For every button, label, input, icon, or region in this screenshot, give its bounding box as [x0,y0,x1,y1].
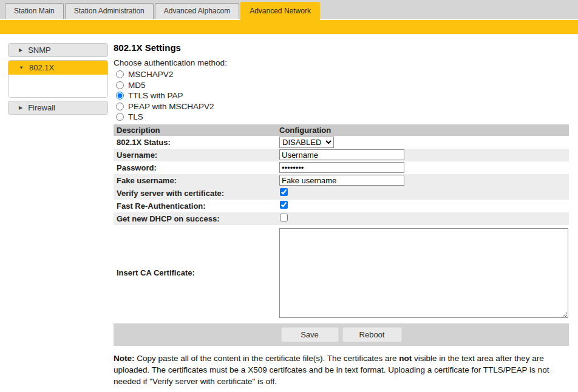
row-label: 802.1X Status: [114,136,276,149]
sidebar-item-label: Firewall [28,103,55,112]
auth-method-list: MSCHAPV2 MD5 TTLS with PAP PEAP with MSC… [114,69,569,123]
tab-advanced-alphacom[interactable]: Advanced Alphacom [155,3,239,19]
auth-method-label: Choose authentication method: [114,58,569,67]
note-label: Note: [114,354,135,363]
action-bar: Save Reboot [114,323,569,346]
radio-label: TTLS with PAP [128,91,183,100]
column-header-configuration: Configuration [276,124,569,136]
row-label: Username: [114,149,276,161]
table-row: Fast Re-Authentication: [114,200,569,212]
chevron-right-icon: ▶ [19,105,22,110]
ca-certificate-textarea[interactable] [279,228,568,318]
radio-peap-mschapv2[interactable] [116,103,124,110]
chevron-right-icon: ▶ [19,47,22,53]
chevron-down-icon: ▼ [19,65,24,70]
dhcp-checkbox[interactable] [280,214,288,221]
table-header-row: Description Configuration [114,124,569,136]
radio-mschapv2[interactable] [116,70,124,78]
sidebar-item-8021x[interactable]: ▼ 802.1X [8,61,107,75]
column-header-description: Description [114,124,276,136]
row-label: Get new DHCP on success: [114,212,276,225]
radio-label: PEAP with MSCHAPV2 [128,102,214,111]
radio-label: MSCHAPV2 [128,70,173,79]
username-input[interactable] [279,149,404,160]
table-row: Insert CA Certificate: [114,225,569,321]
tab-bar: Station Main Station Administration Adva… [0,0,578,19]
tab-station-administration[interactable]: Station Administration [65,3,154,19]
auth-option-tls: TLS [114,112,569,123]
sidebar-item-label: 802.1X [29,63,54,72]
auth-option-mschapv2: MSCHAPV2 [114,69,569,80]
password-input[interactable] [279,162,404,173]
sidebar-8021x-submenu-panel [8,75,107,97]
reboot-button[interactable]: Reboot [342,327,402,342]
note-text: Note: Copy paste all of the content in t… [114,353,574,387]
content-area: ▶ SNMP ▼ 802.1X ▶ Firewall 802.1X Settin… [0,34,578,387]
table-row: Verify server with certificate: [114,187,569,200]
radio-label: MD5 [128,81,146,90]
sidebar-group-8021x: ▼ 802.1X [8,60,108,98]
save-button[interactable]: Save [281,327,339,342]
row-label: Verify server with certificate: [114,187,276,200]
sidebar-item-firewall[interactable]: ▶ Firewall [8,101,108,115]
table-row: Get new DHCP on success: [114,212,569,225]
main-panel: 802.1X Settings Choose authentication me… [109,34,578,387]
sidebar-item-snmp[interactable]: ▶ SNMP [8,43,108,57]
note-bold-word: not [399,354,412,363]
sidebar-item-label: SNMP [28,46,51,55]
auth-option-ttls-pap: TTLS with PAP [114,90,569,101]
tab-advanced-network[interactable]: Advanced Network [240,2,320,21]
settings-table: Description Configuration 802.1X Status:… [114,124,569,321]
row-label: Fake username: [114,174,276,187]
auth-option-md5: MD5 [114,80,569,91]
fast-reauth-checkbox[interactable] [280,201,288,209]
radio-label: TLS [128,112,143,121]
table-row: 802.1X Status: DISABLED [114,136,569,149]
status-select[interactable]: DISABLED [279,137,334,148]
row-label: Insert CA Certificate: [114,225,276,321]
row-label: Password: [114,161,276,174]
radio-tls[interactable] [116,113,124,121]
fake-username-input[interactable] [279,175,404,186]
auth-option-peap-mschapv2: PEAP with MSCHAPV2 [114,101,569,112]
sidebar: ▶ SNMP ▼ 802.1X ▶ Firewall [0,34,109,387]
verify-server-checkbox[interactable] [280,188,288,196]
radio-ttls-pap[interactable] [116,92,124,100]
table-row: Username: [114,149,569,161]
accent-band [0,20,578,34]
table-row: Password: [114,161,569,174]
table-row: Fake username: [114,174,569,187]
row-label: Fast Re-Authentication: [114,200,276,212]
tab-station-main[interactable]: Station Main [5,3,64,19]
page-title: 802.1X Settings [114,42,569,53]
note-part1: Copy paste all of the content in the cer… [135,354,399,363]
radio-md5[interactable] [116,81,124,89]
